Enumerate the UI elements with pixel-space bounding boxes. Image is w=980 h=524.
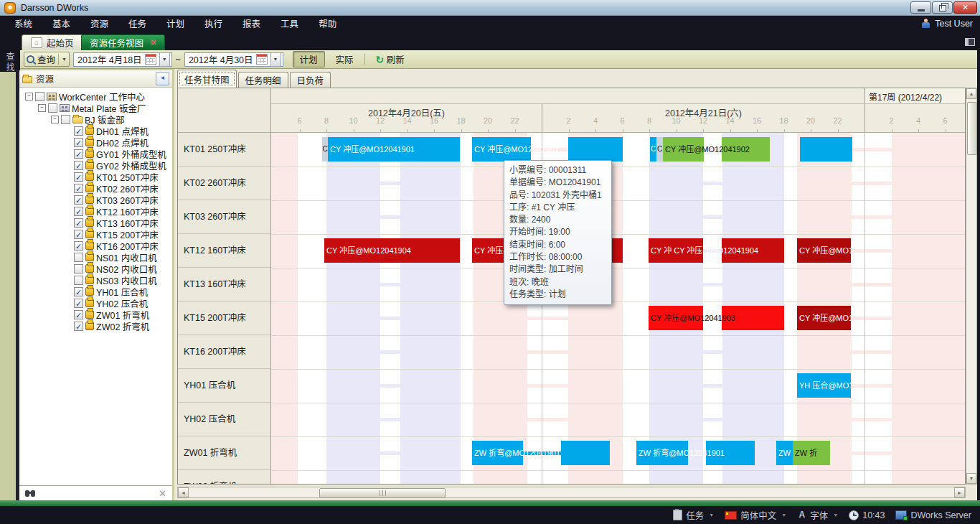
tree-expander-icon[interactable]: − [51, 116, 59, 123]
collapsed-find-panel-tab[interactable]: 查找 [4, 52, 16, 73]
scroll-left-icon[interactable]: ◄ [178, 487, 189, 497]
task-bar[interactable] [800, 137, 852, 162]
task-bar[interactable]: ZW [776, 441, 793, 465]
task-bar[interactable] [561, 441, 610, 465]
plan-toggle-button[interactable]: 计划 [293, 51, 325, 67]
tree-checkbox[interactable]: ✓ [74, 241, 83, 251]
menu-item-1[interactable]: 基本 [42, 16, 80, 34]
tree-checkbox[interactable]: ✓ [74, 126, 83, 136]
scroll-down-icon[interactable]: ▼ [966, 473, 976, 484]
collapse-panel-button[interactable]: ◄ [156, 72, 169, 85]
tree-item[interactable]: ✓ZW02 折弯机 [19, 320, 172, 332]
tree-checkbox[interactable]: ✓ [74, 322, 83, 331]
status-item-clipboard[interactable]: 任务▼ [673, 508, 714, 522]
tree-checkbox[interactable]: ✓ [74, 149, 83, 159]
tab-daily-load[interactable]: 日负荷 [290, 72, 331, 88]
tree-checkbox[interactable] [35, 92, 44, 101]
task-bar[interactable]: ZW 折弯@MO12041901 [472, 441, 523, 465]
task-bar[interactable]: CY 冲压@MO1 [797, 238, 851, 263]
tree-checkbox[interactable] [61, 115, 70, 124]
break-connector [527, 350, 568, 354]
status-item-font[interactable]: A字体▼ [797, 508, 838, 522]
tree-checkbox[interactable]: ✓ [74, 184, 83, 193]
task-bar[interactable]: YH 压合@MO1 [797, 373, 851, 398]
actual-toggle-button[interactable]: 实际 [329, 51, 361, 67]
status-item-flag[interactable]: 简体中文▼ [725, 508, 786, 522]
tree-checkbox[interactable]: ✓ [74, 207, 83, 216]
task-bar[interactable]: CY 冲压@MO12041901 [472, 137, 531, 162]
menu-item-3[interactable]: 任务 [118, 16, 156, 34]
find-icon[interactable] [25, 490, 37, 497]
task-chip[interactable]: C [322, 137, 328, 162]
date-from-dropdown[interactable]: ▼ [159, 52, 170, 67]
menu-item-5[interactable]: 执行 [194, 16, 232, 34]
current-user[interactable]: Test User [921, 19, 973, 29]
date-to-dropdown[interactable]: ▼ [270, 52, 281, 67]
chevron-down-icon[interactable]: ▼ [781, 513, 786, 518]
task-chip[interactable]: C [650, 137, 656, 162]
task-bar[interactable]: ZW 折 [793, 441, 830, 465]
tab-close-icon[interactable]: ✕ [150, 38, 156, 47]
task-bar[interactable] [568, 137, 623, 162]
tab-task-gantt[interactable]: 任务甘特图 [177, 70, 237, 88]
tree-checkbox[interactable]: ✓ [74, 172, 83, 182]
tree-checkbox[interactable]: ✓ [74, 299, 83, 308]
hour-tick-label: 14 [402, 116, 411, 125]
machine-icon [85, 264, 94, 273]
tree-expander-icon[interactable]: − [25, 93, 33, 100]
tree-expander-icon[interactable]: − [38, 104, 46, 112]
query-dropdown-icon[interactable]: ▼ [62, 57, 67, 62]
tree-checkbox[interactable]: ✓ [74, 138, 83, 147]
tree-checkbox[interactable]: ✓ [74, 310, 83, 319]
tree-checkbox[interactable]: ✓ [74, 161, 83, 170]
restore-button[interactable] [932, 1, 953, 14]
task-bar[interactable]: CY 冲压@MO12041902 [663, 137, 704, 162]
status-item-server[interactable]: DWorks Server [895, 510, 971, 520]
tree-checkbox[interactable]: ✓ [74, 195, 83, 205]
vertical-scrollbar[interactable]: ▲ ▼ [966, 88, 977, 485]
date-from-picker[interactable]: 2012年 4月18日 ▼ [73, 52, 172, 67]
tree-checkbox[interactable]: ✓ [74, 218, 83, 228]
task-bar[interactable]: CY 冲压@MO12041901 [328, 137, 460, 162]
tree-checkbox[interactable]: ✓ [74, 287, 83, 296]
menu-item-2[interactable]: 资源 [80, 16, 118, 34]
calendar-icon[interactable] [256, 54, 268, 65]
tree-checkbox[interactable] [74, 276, 83, 285]
calendar-icon[interactable] [145, 54, 156, 65]
scroll-right-icon[interactable]: ► [954, 487, 965, 497]
horizontal-scroll-thumb[interactable] [319, 488, 446, 498]
menu-item-4[interactable]: 计划 [156, 16, 194, 34]
menu-item-0[interactable]: 系统 [4, 16, 42, 34]
gantt-row-label: KT03 260T冲床 [178, 200, 270, 234]
vertical-scroll-thumb[interactable] [967, 102, 977, 155]
menu-item-7[interactable]: 工具 [270, 16, 308, 34]
status-item-clock[interactable]: 10:43 [849, 510, 885, 520]
query-button[interactable]: 查询 ▼ [24, 52, 70, 67]
menu-item-8[interactable]: 帮助 [308, 16, 347, 34]
task-bar[interactable]: CY 冲 CY 冲压@MO12041904 [649, 238, 703, 263]
task-bar[interactable]: CY 冲压@MO12041904 [324, 238, 460, 263]
chevron-down-icon[interactable]: ▼ [833, 513, 838, 518]
close-button[interactable]: ✕ [953, 1, 977, 14]
refresh-button[interactable]: ↻ 刷新 [369, 51, 412, 67]
task-bar[interactable]: ZW 折弯@MO12041901 [636, 441, 688, 465]
date-to-picker[interactable]: 2012年 4月30日 ▼ [184, 52, 283, 67]
task-bar[interactable]: CY 冲压@MO12041903 [649, 306, 703, 330]
chevron-down-icon[interactable]: ▼ [709, 513, 714, 518]
scroll-up-icon[interactable]: ▲ [966, 88, 976, 99]
tree-checkbox[interactable] [74, 253, 83, 262]
tree-checkbox[interactable] [74, 264, 83, 273]
tab-start-page[interactable]: ⌂ 起始页 [22, 34, 83, 50]
clear-find-icon[interactable]: ✕ [159, 488, 166, 499]
tab-task-detail[interactable]: 任务明细 [238, 72, 288, 88]
task-chip[interactable]: C [656, 137, 663, 162]
hour-tick-mark [623, 129, 623, 132]
horizontal-scrollbar[interactable]: ◄ ► [177, 487, 966, 498]
menu-item-6[interactable]: 报表 [232, 16, 270, 34]
tree-checkbox[interactable] [48, 103, 57, 113]
layout-panel-icon[interactable] [965, 38, 975, 46]
tab-resource-task-view[interactable]: 资源任务视图 ✕ [81, 34, 165, 50]
minimize-button[interactable] [910, 1, 931, 14]
tree-checkbox[interactable]: ✓ [74, 230, 83, 239]
task-bar[interactable]: CY 冲压@MO1 [797, 306, 851, 330]
